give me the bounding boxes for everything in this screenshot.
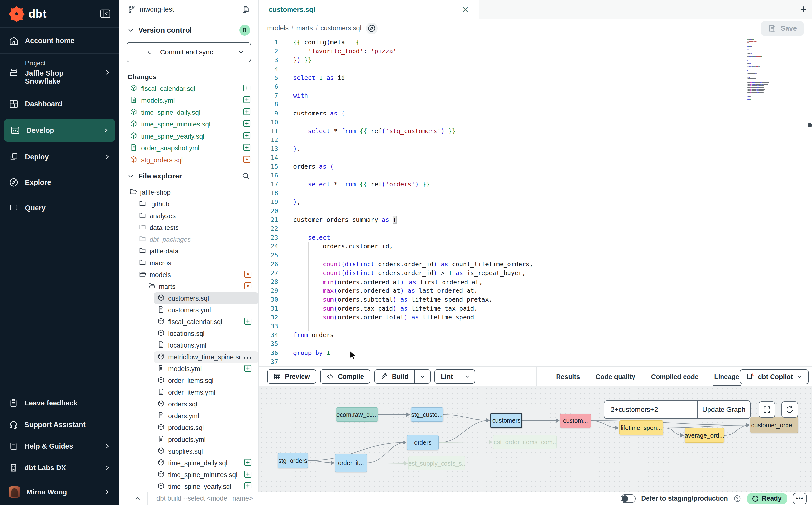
file-row-customers-yml[interactable]: customers.yml bbox=[154, 304, 259, 316]
plus-action-icon[interactable] bbox=[243, 96, 251, 106]
sidebar-item-user[interactable]: Mirna Wong bbox=[0, 479, 119, 505]
file-row-marts[interactable]: marts bbox=[145, 281, 259, 293]
change-row[interactable]: order_snapshot.yml bbox=[119, 142, 259, 154]
dbt-copilot-button[interactable]: dbt Copilot bbox=[740, 369, 809, 384]
code-line-35[interactable]: 35 bbox=[259, 340, 812, 348]
file-row-macros[interactable]: macros bbox=[135, 257, 259, 269]
file-row--github[interactable]: .github bbox=[135, 198, 259, 210]
file-row-products-sql[interactable]: products.sql bbox=[154, 422, 259, 434]
expand-command-chevron-icon[interactable] bbox=[119, 495, 147, 502]
code-line-16[interactable]: 16 bbox=[259, 171, 812, 180]
code-line-5[interactable]: 5select 1 as id bbox=[259, 73, 812, 82]
file-row-time-spine-yearly-sql[interactable]: time_spine_yearly.sql bbox=[154, 481, 259, 493]
file-row-dbt-packages[interactable]: dbt_packages bbox=[135, 233, 259, 245]
file-row-fiscal-calendar-sql[interactable]: fiscal_calendar.sql bbox=[154, 316, 259, 328]
file-row-locations-yml[interactable]: locations.yml bbox=[154, 340, 259, 351]
dot-action-icon[interactable] bbox=[243, 155, 251, 165]
code-line-4[interactable]: 4 bbox=[259, 65, 812, 73]
breadcrumb-file[interactable]: customers.sql bbox=[321, 24, 362, 32]
sidebar-item-support-assistant[interactable]: Support Assistant bbox=[0, 414, 119, 436]
lineage-node-avg[interactable]: average_ord... bbox=[684, 428, 724, 443]
change-row[interactable]: stg_orders.sql bbox=[119, 154, 259, 165]
code-line-7[interactable]: 7with bbox=[259, 91, 812, 100]
lineage-node-ecom[interactable]: ecom.raw_cu... bbox=[336, 407, 378, 422]
file-row-metricflow-time-spine-sql[interactable]: metricflow_time_spine.sql bbox=[154, 351, 259, 363]
tab-code-quality[interactable]: Code quality bbox=[596, 367, 636, 386]
lint-options-chevron[interactable] bbox=[459, 370, 475, 383]
code-line-22[interactable]: 22 bbox=[259, 224, 812, 233]
file-row-products-yml[interactable]: products.yml bbox=[154, 434, 259, 446]
code-line-19[interactable]: 19), bbox=[259, 198, 812, 206]
defer-toggle[interactable] bbox=[621, 494, 636, 503]
file-row-models[interactable]: models bbox=[135, 269, 259, 281]
menu-action-icon[interactable] bbox=[243, 353, 252, 361]
new-tab-button[interactable]: + bbox=[800, 3, 807, 15]
close-tab-icon[interactable]: ✕ bbox=[462, 5, 469, 14]
plus-action-icon[interactable] bbox=[243, 84, 251, 94]
editor-minimap[interactable] bbox=[747, 39, 775, 104]
change-row[interactable]: fiscal_calendar.sql bbox=[119, 83, 259, 95]
file-row-order-items-sql[interactable]: order_items.sql bbox=[154, 375, 259, 386]
lint-button[interactable]: Lint bbox=[435, 369, 475, 384]
code-line-37[interactable]: 37 bbox=[259, 357, 812, 366]
code-line-21[interactable]: 21customer_orders_summary as ( bbox=[259, 215, 812, 224]
file-row-analyses[interactable]: analyses bbox=[135, 210, 259, 222]
file-row-locations-sql[interactable]: locations.sql bbox=[154, 328, 259, 340]
plus-action-icon[interactable] bbox=[243, 119, 251, 130]
code-line-3[interactable]: 3}) }} bbox=[259, 56, 812, 64]
code-line-17[interactable]: 17 select * from {{ ref('orders') }} bbox=[259, 180, 812, 189]
file-row-orders-yml[interactable]: orders.yml bbox=[154, 410, 259, 422]
refresh-button[interactable] bbox=[781, 401, 798, 418]
command-input[interactable]: dbt build --select <model_name> bbox=[156, 495, 253, 502]
sidebar-item-deploy[interactable]: Deploy bbox=[0, 144, 119, 170]
update-graph-button[interactable]: Update Graph bbox=[697, 401, 750, 418]
code-line-9[interactable]: 9customers as ( bbox=[259, 109, 812, 118]
change-row[interactable]: time_spine_yearly.sql bbox=[119, 130, 259, 142]
lineage-node-toi[interactable]: test_order_items_com... bbox=[493, 435, 556, 449]
lineage-node-pink[interactable]: custom... bbox=[560, 413, 591, 428]
explore-lineage-compass-icon[interactable] bbox=[366, 23, 377, 34]
plus-action-icon[interactable] bbox=[243, 108, 251, 118]
build-button[interactable]: Build bbox=[374, 369, 431, 384]
breadcrumb-marts[interactable]: marts bbox=[296, 24, 313, 32]
lineage-node-life[interactable]: lifetime_spen... bbox=[619, 420, 663, 435]
code-line-28[interactable]: 28 min(orders.ordered_at) as first_order… bbox=[259, 278, 812, 286]
lineage-node-orders[interactable]: orders bbox=[407, 435, 439, 450]
plus-action-icon[interactable] bbox=[243, 131, 251, 142]
file-row-jaffle-shop[interactable]: jaffle-shop bbox=[126, 187, 259, 198]
file-row-orders-sql[interactable]: orders.sql bbox=[154, 398, 259, 410]
change-row[interactable]: models.yml bbox=[119, 95, 259, 107]
sidebar-item-dashboard[interactable]: Dashboard bbox=[0, 91, 119, 117]
file-row-supplies-sql[interactable]: supplies.sql bbox=[154, 446, 259, 457]
file-explorer-header[interactable]: File explorer bbox=[119, 165, 259, 187]
code-line-1[interactable]: 1{{ config(meta = { bbox=[259, 38, 812, 47]
file-row-models-yml[interactable]: models.yml bbox=[154, 363, 259, 375]
sidebar-item-dbt-labs-dx[interactable]: dbt Labs DX bbox=[0, 457, 119, 479]
tab-compiled-code[interactable]: Compiled code bbox=[651, 367, 699, 386]
code-line-11[interactable]: 11 select * from {{ ref('stg_customers')… bbox=[259, 127, 812, 136]
plus-action-icon[interactable] bbox=[243, 143, 251, 153]
commit-options-chevron[interactable] bbox=[231, 43, 251, 62]
code-line-24[interactable]: 24 orders.customer_id, bbox=[259, 242, 812, 251]
code-line-18[interactable]: 18 bbox=[259, 189, 812, 198]
plus-action-icon[interactable] bbox=[244, 317, 252, 327]
code-line-15[interactable]: 15orders as ( bbox=[259, 162, 812, 171]
lineage-node-sord[interactable]: stg_orders bbox=[278, 453, 308, 468]
tab-lineage[interactable]: Lineage bbox=[714, 367, 739, 386]
plus-action-icon[interactable] bbox=[244, 470, 252, 480]
tab-customers-sql[interactable]: customers.sql ✕ bbox=[259, 0, 479, 19]
file-row-data-tests[interactable]: data-tests bbox=[135, 222, 259, 233]
code-line-31[interactable]: 31 sum(orders.tax_paid) as lifetime_tax_… bbox=[259, 304, 812, 313]
plus-action-icon[interactable] bbox=[244, 458, 252, 468]
file-row-order-items-yml[interactable]: order_items.yml bbox=[154, 386, 259, 398]
code-line-30[interactable]: 30 sum(orders.subtotal) as lifetime_spen… bbox=[259, 295, 812, 304]
code-line-2[interactable]: 2 'favorite_food': 'pizza' bbox=[259, 47, 812, 56]
breadcrumb-models[interactable]: models bbox=[267, 24, 289, 32]
search-icon[interactable] bbox=[242, 172, 250, 180]
code-line-36[interactable]: 36group by 1 bbox=[259, 349, 812, 357]
lineage-node-tsup[interactable]: test_supply_costs_s... bbox=[409, 456, 465, 471]
code-line-12[interactable]: 12 bbox=[259, 136, 812, 144]
copy-branch-icon[interactable] bbox=[241, 5, 250, 14]
save-button[interactable]: Save bbox=[761, 21, 804, 35]
file-row-time-spine-daily-sql[interactable]: time_spine_daily.sql bbox=[154, 457, 259, 469]
